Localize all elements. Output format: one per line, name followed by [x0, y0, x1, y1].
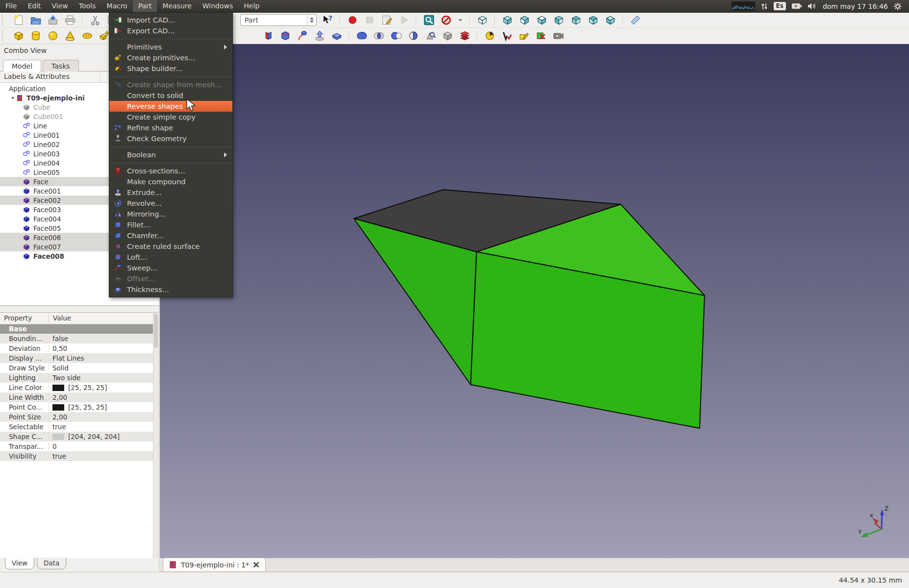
property-group-base[interactable]: Base	[0, 324, 159, 334]
property-value[interactable]: true	[49, 452, 159, 460]
property-row-deviation[interactable]: Deviation0,50	[0, 343, 159, 353]
property-value[interactable]: Flat Lines	[49, 354, 159, 362]
macro-play-icon[interactable]	[398, 14, 410, 26]
property-row-selectable[interactable]: Selectabletrue	[0, 422, 159, 432]
system-monitor-icon[interactable]	[732, 1, 755, 11]
menu-item-shape-builder[interactable]: Shape builder...	[109, 63, 232, 74]
macro-record-icon[interactable]	[346, 14, 359, 26]
open-document-icon[interactable]	[29, 14, 42, 26]
menu-measure[interactable]: Measure	[157, 0, 197, 12]
property-row-line-width[interactable]: Line Width2,00	[0, 392, 159, 402]
solid-model[interactable]	[160, 44, 909, 558]
whats-this-icon[interactable]: ?	[321, 14, 334, 26]
fit-all-icon[interactable]	[423, 14, 435, 26]
menu-item-fillet[interactable]: Fillet...	[109, 220, 232, 230]
tab-data[interactable]: Data	[37, 558, 66, 569]
menu-item-import-cad[interactable]: Import CAD...	[109, 15, 232, 25]
cross-sections-icon[interactable]	[458, 29, 471, 42]
boolean-cut-icon[interactable]	[390, 29, 403, 42]
menu-item-create-simple-copy[interactable]: Create simple copy	[109, 112, 232, 122]
menu-item-cross-sections[interactable]: Cross-sections...	[109, 166, 232, 176]
cut-icon[interactable]	[89, 14, 101, 26]
edit-feature-icon[interactable]	[518, 29, 530, 42]
property-row-draw-style[interactable]: Draw StyleSolid	[0, 363, 159, 373]
menu-item-make-compound[interactable]: Make compound	[109, 176, 232, 187]
property-value[interactable]: [25, 25, 25]	[49, 384, 159, 392]
property-value[interactable]: 0	[49, 442, 159, 450]
menu-item-offset[interactable]: Offset...	[109, 273, 232, 284]
menu-item-chamfer[interactable]: Chamfer...	[109, 230, 232, 241]
view-left-icon[interactable]	[604, 14, 617, 26]
menu-windows[interactable]: Windows	[197, 0, 239, 12]
menu-item-loft[interactable]: Loft...	[109, 252, 232, 263]
macro-stop-icon[interactable]	[363, 14, 376, 26]
defeaturing-icon[interactable]	[483, 29, 496, 42]
property-row-visibility[interactable]: Visibilitytrue	[0, 451, 159, 461]
close-tab-icon[interactable]	[253, 562, 259, 568]
menu-macro[interactable]: Macro	[101, 0, 132, 12]
save-document-icon[interactable]	[47, 14, 59, 26]
menu-item-check-geometry[interactable]: Check Geometry	[109, 133, 232, 144]
property-value[interactable]: Solid	[49, 364, 159, 372]
menu-item-mirroring[interactable]: Mirroring...	[109, 209, 232, 220]
property-column-header[interactable]: Property	[0, 313, 49, 324]
boolean-section-icon[interactable]	[407, 29, 420, 42]
network-arrows-icon[interactable]	[760, 2, 768, 11]
property-value[interactable]: 2,00	[49, 393, 159, 401]
clipping-plane-icon[interactable]	[440, 14, 453, 26]
ruled-surface-icon[interactable]	[262, 29, 275, 42]
property-row-lighting[interactable]: LightingTwo side	[0, 373, 159, 383]
view-bottom-icon[interactable]	[587, 14, 600, 26]
menu-item-convert-to-solid[interactable]: Convert to solid	[109, 90, 232, 101]
workbench-selector-spinner[interactable]	[307, 15, 316, 25]
menu-item-export-cad[interactable]: Export CAD...	[109, 25, 232, 36]
property-row-display-[interactable]: Display ...Flat Lines	[0, 353, 159, 363]
property-value[interactable]: 0,50	[49, 344, 159, 352]
tree-header-label[interactable]: Labels & Attributes	[0, 72, 101, 83]
menu-item-create-shape-from-mesh[interactable]: Create shape from mesh...	[109, 79, 232, 90]
dropdown-caret-icon[interactable]	[457, 14, 464, 26]
property-value[interactable]: false	[49, 335, 159, 343]
macro-edit-icon[interactable]	[380, 14, 393, 26]
menu-part[interactable]: Part	[133, 0, 157, 12]
box-primitive-icon[interactable]	[12, 29, 25, 42]
volume-icon[interactable]	[808, 2, 817, 10]
tray-clock[interactable]: dom may 17 16:46	[823, 2, 888, 10]
view-front-icon[interactable]	[518, 14, 531, 26]
menu-view[interactable]: View	[47, 0, 74, 12]
panel-splitter[interactable]	[0, 306, 159, 312]
toolbar-drag-handle[interactable]	[2, 30, 7, 41]
property-row-transpar-[interactable]: Transpar...0	[0, 441, 159, 451]
toolbar-drag-handle[interactable]	[2, 15, 7, 25]
menu-item-create-ruled-surface[interactable]: Create ruled surface	[109, 241, 232, 252]
boolean-union-icon[interactable]	[355, 29, 368, 42]
cylinder-primitive-icon[interactable]	[29, 29, 42, 42]
make-compound-icon[interactable]	[441, 29, 454, 42]
sphere-primitive-icon[interactable]	[47, 29, 59, 42]
menu-edit[interactable]: Edit	[22, 0, 46, 12]
menu-file[interactable]: File	[0, 0, 22, 12]
menu-item-revolve[interactable]: Revolve...	[109, 198, 232, 209]
workbench-selector[interactable]: Part	[240, 14, 317, 26]
boolean-common-icon[interactable]	[373, 29, 385, 42]
property-value[interactable]: true	[49, 423, 159, 431]
property-value[interactable]: 2,00	[49, 413, 159, 421]
value-column-header[interactable]: Value	[49, 313, 159, 324]
menu-item-refine-shape[interactable]: Refine shape	[109, 122, 232, 133]
session-gear-icon[interactable]	[893, 2, 902, 11]
expander-icon[interactable]: ▾	[10, 95, 16, 100]
remove-shape-icon[interactable]	[535, 29, 548, 42]
3d-viewport[interactable]: Z x Y	[160, 44, 909, 558]
property-scrollbar[interactable]	[153, 313, 159, 558]
new-document-icon[interactable]	[12, 14, 25, 26]
battery-icon[interactable]	[791, 2, 802, 10]
property-row-point-size[interactable]: Point Size2,00	[0, 412, 159, 422]
print-icon[interactable]	[64, 14, 76, 26]
validate-icon[interactable]	[501, 29, 513, 42]
view-rear-icon[interactable]	[570, 14, 582, 26]
measure-distance-icon[interactable]	[629, 14, 642, 26]
property-row-shape-c-[interactable]: Shape C...[204, 204, 204]	[0, 432, 159, 441]
view-axonometric-icon[interactable]	[501, 14, 514, 26]
draw-style-icon[interactable]	[476, 14, 489, 26]
property-row-point-co-[interactable]: Point Co...[25, 25, 25]	[0, 402, 159, 412]
